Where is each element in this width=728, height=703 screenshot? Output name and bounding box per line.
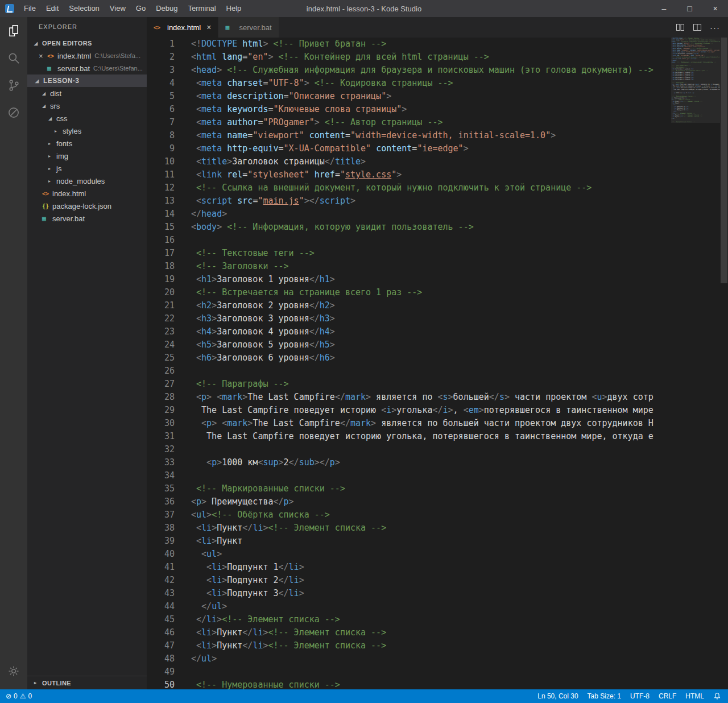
- code-line[interactable]: 9 <meta http-equiv="X-UA-Compatible" con…: [147, 142, 671, 155]
- debug-icon[interactable]: [0, 99, 27, 126]
- menu-debug[interactable]: Debug: [151, 0, 183, 17]
- tree-item-img[interactable]: ▸img: [27, 150, 147, 162]
- code-line[interactable]: 8 <meta name="viewport" content="width=d…: [147, 129, 671, 142]
- tree-item-dist[interactable]: ◢dist: [27, 87, 147, 100]
- code-line[interactable]: 33 <p>1000 км<sup>2</sub></p>: [147, 456, 671, 469]
- scrollbar-thumb[interactable]: [721, 38, 727, 283]
- source-control-icon[interactable]: [0, 72, 27, 99]
- tab-index.html[interactable]: <>index.html×: [147, 17, 218, 38]
- code-line[interactable]: 30 <p> <mark>The Last Campfire</mark> яв…: [147, 417, 671, 430]
- code-line[interactable]: 32: [147, 443, 671, 456]
- code-line[interactable]: 3<head> <!-- Служебная информация для бр…: [147, 64, 671, 77]
- language-indicator[interactable]: HTML: [685, 692, 704, 700]
- code-line[interactable]: 12 <!-- Ссылка на внешний документ, кото…: [147, 181, 671, 195]
- problems-indicator[interactable]: ⊘ 0 ⚠ 0: [6, 692, 32, 700]
- code-line[interactable]: 16: [147, 234, 671, 247]
- editor-pane[interactable]: 1<!DOCTYPE html> <!-- Привет братан -->2…: [147, 38, 728, 689]
- code-line[interactable]: 35 <!-- Маркированные списки -->: [147, 482, 671, 495]
- cursor-position[interactable]: Ln 50, Col 30: [537, 692, 578, 700]
- tree-item-index.html[interactable]: <>index.html: [27, 187, 147, 200]
- search-icon[interactable]: [0, 44, 27, 72]
- code-line[interactable]: 24 <h5>Заголовок 5 уровня</h5>: [147, 338, 671, 352]
- tab-server.bat[interactable]: ▦server.bat: [218, 17, 279, 38]
- code-line[interactable]: 1<!DOCTYPE html> <!-- Привет братан -->: [147, 38, 671, 51]
- code-line[interactable]: 44 </ul>: [147, 600, 671, 613]
- code-line[interactable]: 37<ul><!-- Обёртка списка -->: [147, 508, 671, 522]
- settings-gear-icon[interactable]: [0, 657, 27, 685]
- code-line[interactable]: 15<body> <!-- Информация, которую увидит…: [147, 221, 671, 234]
- outline-header[interactable]: ▸ OUTLINE: [27, 676, 147, 689]
- menu-file[interactable]: File: [19, 0, 41, 17]
- menu-help[interactable]: Help: [221, 0, 247, 17]
- code-line[interactable]: 26: [147, 365, 671, 378]
- code-line[interactable]: 23 <h4>Заголовок 4 уровня</h4>: [147, 325, 671, 338]
- minimize-button[interactable]: –: [651, 0, 677, 17]
- tree-item-js[interactable]: ▸js: [27, 162, 147, 175]
- code-line[interactable]: 7 <meta author="PROgamer"> <!-- Автор ст…: [147, 116, 671, 129]
- code-line[interactable]: 45 </li><!-- Элемент списка -->: [147, 613, 671, 626]
- close-icon[interactable]: ×: [39, 52, 47, 60]
- code-line[interactable]: 14</head>: [147, 208, 671, 221]
- menu-terminal[interactable]: Terminal: [183, 0, 221, 17]
- code-line[interactable]: 5 <meta description="Описание страницы">: [147, 90, 671, 103]
- code-line[interactable]: 18 <!-- Заголовки -->: [147, 260, 671, 273]
- code-line[interactable]: 4 <meta charset="UTF-8"> <!-- Кодировка …: [147, 77, 671, 90]
- tree-item-styles[interactable]: ▸styles: [27, 125, 147, 137]
- tree-item-server.bat[interactable]: ▦server.bat: [27, 212, 147, 225]
- code-line[interactable]: 2<html lang="en"> <!-- Контейнер для все…: [147, 51, 671, 64]
- vertical-scrollbar[interactable]: [720, 38, 728, 689]
- code-line[interactable]: 36<p> Преимущества</p>: [147, 495, 671, 508]
- tree-item-css[interactable]: ◢css: [27, 112, 147, 125]
- code-line[interactable]: 49: [147, 665, 671, 679]
- folder-root-header[interactable]: ◢ LESSON-3: [27, 75, 147, 87]
- encoding-indicator[interactable]: UTF-8: [630, 692, 650, 700]
- code-line[interactable]: 39 <li>Пункт: [147, 535, 671, 548]
- close-icon[interactable]: ×: [206, 23, 211, 32]
- code-line[interactable]: 20 <!-- Встречается на странице всего 1 …: [147, 286, 671, 299]
- code-line[interactable]: 43 <li>Подпункт 3</li>: [147, 587, 671, 600]
- code-line[interactable]: 10 <title>Заголовок страницы</title>: [147, 155, 671, 168]
- code-line[interactable]: 40 <ul>: [147, 548, 671, 561]
- code-line[interactable]: 21 <h2>Заголовок 2 уровня</h2>: [147, 299, 671, 312]
- tree-item-fonts[interactable]: ▸fonts: [27, 137, 147, 150]
- code-line[interactable]: 25 <h6>Заголовок 6 уровня</h6>: [147, 352, 671, 365]
- code-line[interactable]: 6 <meta keywords="Ключевые слова страниц…: [147, 103, 671, 116]
- open-editor-index.html[interactable]: ×<>index.htmlC:\Users\Stefa...: [27, 49, 147, 62]
- tree-item-package-lock.json[interactable]: {}package-lock.json: [27, 200, 147, 212]
- tab-size-indicator[interactable]: Tab Size: 1: [588, 692, 621, 700]
- code-line[interactable]: 50 <!-- Нумерованные списки -->: [147, 679, 671, 689]
- editor-layout-icon[interactable]: [693, 23, 702, 32]
- minimap[interactable]: <!DOCTYPE html> <!-- Привет братан --><h…: [671, 38, 720, 689]
- tree-item-node_modules[interactable]: ▸node_modules: [27, 175, 147, 187]
- code-line[interactable]: 38 <li>Пункт</li><!-- Элемент списка -->: [147, 522, 671, 535]
- code-line[interactable]: 28 <p> <mark>The Last Campfire</mark> яв…: [147, 391, 671, 404]
- open-editor-server.bat[interactable]: ▦server.batC:\Users\Stefan...: [27, 62, 147, 75]
- code-line[interactable]: 47 <li>Пункт</li><!-- Элемент списка -->: [147, 639, 671, 652]
- open-editors-header[interactable]: ◢ OPEN EDITORS: [27, 37, 147, 49]
- code-line[interactable]: 13 <script src="main.js"></script>: [147, 195, 671, 208]
- code-line[interactable]: 34: [147, 469, 671, 482]
- more-actions-icon[interactable]: ···: [710, 23, 720, 32]
- code-line[interactable]: 29 The Last Campfire поведует историю <i…: [147, 404, 671, 417]
- maximize-button[interactable]: □: [677, 0, 702, 17]
- menu-selection[interactable]: Selection: [64, 0, 104, 17]
- eol-indicator[interactable]: CRLF: [659, 692, 676, 700]
- code-line[interactable]: 42 <li>Подпункт 2</li>: [147, 574, 671, 587]
- explorer-icon[interactable]: [0, 17, 27, 44]
- code-line[interactable]: 41 <li>Подпункт 1</li>: [147, 561, 671, 574]
- code-line[interactable]: 46 <li>Пункт</li><!-- Элемент списка -->: [147, 626, 671, 639]
- code-line[interactable]: 31 The Last Campfire поведует историю уг…: [147, 430, 671, 443]
- code-line[interactable]: 11 <link rel="stylesheet" href="style.cs…: [147, 168, 671, 181]
- close-window-button[interactable]: ×: [702, 0, 728, 17]
- code-line[interactable]: 19 <h1>Заголовок 1 уровня</h1>: [147, 273, 671, 286]
- menu-edit[interactable]: Edit: [41, 0, 64, 17]
- split-editor-icon[interactable]: [676, 23, 685, 32]
- menu-go[interactable]: Go: [131, 0, 151, 17]
- code-line[interactable]: 22 <h3>Заголовок 3 уровня</h3>: [147, 312, 671, 325]
- menu-view[interactable]: View: [105, 0, 131, 17]
- code-line[interactable]: 48</ul>: [147, 652, 671, 665]
- code-line[interactable]: 17 <!-- Текстовые теги -->: [147, 247, 671, 260]
- tree-item-srs[interactable]: ◢srs: [27, 100, 147, 112]
- notifications-bell-icon[interactable]: [713, 692, 721, 700]
- code-line[interactable]: 27 <!-- Параграфы -->: [147, 378, 671, 391]
